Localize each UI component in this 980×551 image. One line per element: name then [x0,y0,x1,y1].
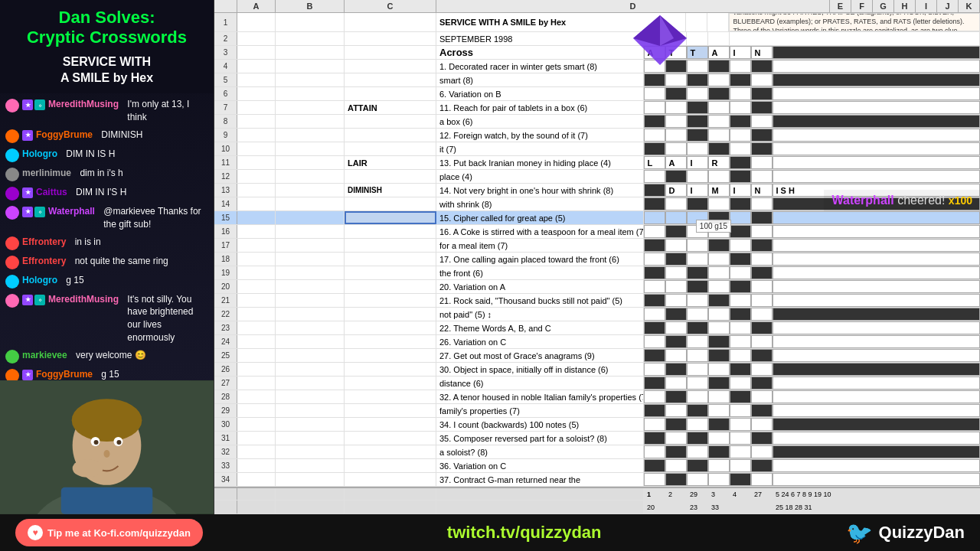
row-5: 5 smart (8) [214,73,980,87]
chat-text-7: in is in [75,236,101,249]
svg-point-7 [116,440,121,445]
row-24: 24 26. Variation on C [214,335,980,349]
chat-msg-9: Hologro g 15 [3,272,211,290]
username-hologro: Hologro [22,148,57,161]
diamond-logo [632,11,689,72]
avatar-mark [5,350,19,364]
rownum-30: 30 [214,418,237,431]
chat-msg-11: markievee very welcome 😊 [3,347,211,365]
grid-2-3 [687,60,708,73]
row-4: 4 1. Decorated racer in winter gets smar… [214,60,980,73]
rownum-6: 6 [214,87,237,100]
cheer-action: cheered! [897,194,945,207]
cell-2b [276,32,345,45]
rownum-33: 33 [214,459,237,472]
cell-1c [345,13,436,31]
grid-5-3 [687,101,708,114]
svg-rect-9 [61,487,153,514]
badges-6: ★ ⬦ [22,207,45,217]
badges-1: ★ ⬦ [22,99,45,110]
rownum-21: 21 [214,294,237,307]
cheer-container: Waterphall cheered! x100 [824,190,980,211]
chat-text-12: g 15 [101,368,119,380]
badge-sub: ★ [22,99,33,110]
cell-4b [276,60,345,73]
cell-5d: smart (8) [436,73,644,86]
row-7: 7 ATTAIN 11. Reach for pair of tablets i… [214,101,980,115]
row-26: 26 30. Object in space, initially off in… [214,363,980,377]
row-18: 18 17. One calling again placed toward t… [214,253,980,266]
cell-4a [237,60,276,73]
badge-bits: ⬦ [34,99,45,110]
cell-2rest [730,32,980,45]
grid-5-1 [644,101,665,114]
col-h-header: H [894,0,916,12]
username-caittus: Caittus [36,186,67,199]
rownum-15: 15 [214,211,237,224]
avatar-meredith [5,99,19,112]
rownum-22: 22 [214,308,237,321]
chat-msg-4: merlinimue dim in i's h [3,165,211,183]
avatar-merlin [5,168,19,181]
username-merlin: merlinimue [22,167,71,180]
rownum-14: 14 [214,197,237,210]
chat-msg-7: Effrontery in is in [3,234,211,252]
rownum-18: 18 [214,253,237,266]
rownum-17: 17 [214,239,237,252]
cell-tooltip: 100 g15 [696,220,731,233]
rownum-4: 4 [214,60,237,73]
rownum-10: 10 [214,142,237,155]
cell-5a [237,73,276,86]
col-e-header: E [830,0,851,12]
cell-3a [237,46,276,59]
right-panel: A B C D E F G H I J K 1 [214,0,980,514]
grid-4-6 [751,87,773,100]
row-22: 22 not paid" (5) ↕ [214,308,980,321]
rownum-9: 9 [214,129,237,142]
cell-4c [345,60,436,73]
row-21: 21 21. Rock said, "Thousand bucks still … [214,294,980,308]
grid-4-5 [730,87,751,100]
row-23: 23 22. Theme Words A, B, and C [214,321,980,335]
twitter-name: QuizzyDan [879,523,965,543]
chat-msg-8: Effrontery not quite the same ring [3,253,211,271]
rownum-34: 34 [214,473,237,486]
grid-2-7 [773,60,981,73]
spreadsheet-rows: 1 SERVICE WITH A SMILE by Hex THIS is a … [214,13,980,514]
row-15: 15 15. Cipher called for great ape (5) [214,211,980,225]
badge-bits6: ⬦ [34,207,45,217]
chat-text-8: not quite the same ring [75,255,168,268]
svg-point-10 [73,459,103,478]
row-3: 3 Across A T T A I N [214,46,980,60]
cell-2a [237,32,276,45]
badges-10: ★ ⬦ [22,295,45,305]
row-31: 31 35. Composer reversed part for a solo… [214,432,980,445]
row-20: 20 20. Variation on A [214,280,980,294]
avatar-foggy2 [5,369,19,380]
username-meredith: MeredithMusing [48,98,119,111]
rownum-20: 20 [214,280,237,293]
grid-3-6 [751,73,773,86]
cell-7a [237,101,276,114]
col-headers: A B C D E F G H I J K [214,0,980,13]
chat-text-5: DIM IN I'S H [76,186,126,199]
rownum-11: 11 [214,156,237,169]
cell-7b [276,101,345,114]
title-main: Dan Solves: Cryptic Crosswords [4,8,210,48]
rownum-7: 7 [214,101,237,114]
cell-6d: 6. Variation on B [436,87,644,100]
rownum-2: 2 [214,32,237,45]
col-g-header: G [873,0,894,12]
cell-6c [345,87,436,100]
kofi-button[interactable]: ♥ Tip me at Ko-fi.com/quizzydan [15,519,203,546]
grid-2-6 [751,60,773,73]
rownum-5: 5 [214,73,237,86]
grid-5-7 [773,101,981,114]
row-12: 12 place (4) [214,170,980,184]
rownum-16: 16 [214,225,237,238]
grid-4-3 [687,87,708,100]
cell-6b [276,87,345,100]
stream-title: Dan Solves: Cryptic Crosswords SERVICE W… [0,0,214,93]
rownum-12: 12 [214,170,237,183]
badges-12: ★ [22,370,33,380]
